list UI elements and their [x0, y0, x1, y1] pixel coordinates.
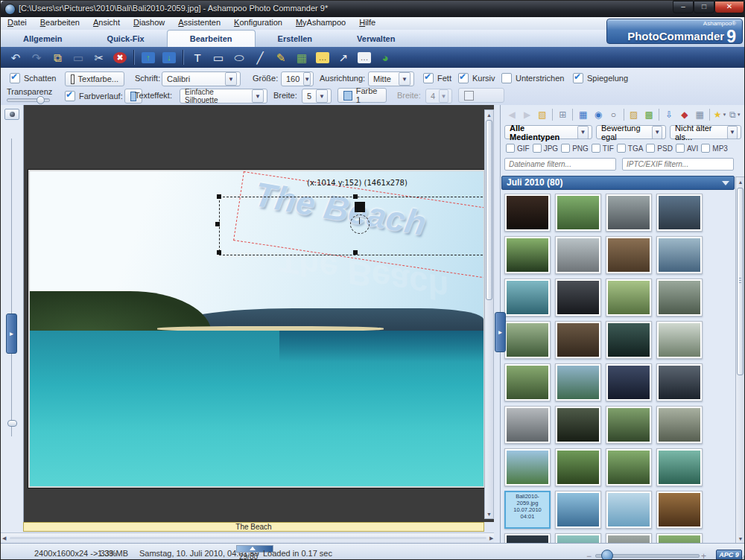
- menu-assistenten[interactable]: Assistenten: [171, 17, 227, 28]
- browser-split-view-button[interactable]: ⊞: [556, 108, 569, 121]
- tab-erstellen[interactable]: Erstellen: [256, 31, 335, 48]
- browser-batch-button[interactable]: ⧉▼: [729, 108, 742, 121]
- left-panel-collapse-handle[interactable]: ►: [6, 314, 17, 354]
- zoom-in-icon[interactable]: +: [701, 551, 706, 560]
- thumbnail[interactable]: [555, 406, 601, 444]
- left-zoom-slider-thumb[interactable]: [7, 420, 17, 427]
- thumbnail[interactable]: [504, 194, 551, 232]
- menu-myashampoo[interactable]: MyAshampoo: [289, 17, 352, 28]
- format-checkbox-png[interactable]: PNG: [561, 144, 589, 153]
- iptc-filter-input[interactable]: [622, 158, 734, 171]
- text-tool-button[interactable]: T: [188, 48, 207, 66]
- cut-button[interactable]: ✂: [89, 48, 109, 66]
- width1-select[interactable]: 5▼: [302, 89, 332, 104]
- thumbnail[interactable]: [504, 279, 551, 316]
- thumbnail[interactable]: [555, 279, 601, 316]
- canvas-horizontal-scrollbar[interactable]: ◀ ▶: [1, 532, 498, 543]
- format-checkbox-mp3[interactable]: MP3: [701, 144, 728, 153]
- format-checkbox-avi[interactable]: AVI: [676, 144, 698, 153]
- delete-button[interactable]: ✖: [110, 48, 130, 66]
- thumbnail[interactable]: [504, 448, 551, 486]
- menu-datei[interactable]: Datei: [1, 17, 34, 28]
- selection-handle-bottom-left[interactable]: [217, 250, 221, 255]
- menu-hilfe[interactable]: Hilfe: [352, 17, 382, 28]
- browser-tag-button[interactable]: ◆: [678, 108, 691, 121]
- canvas-scrollbar-thumb[interactable]: [486, 120, 492, 300]
- thumbnail[interactable]: [555, 448, 601, 486]
- format-checkbox-tif[interactable]: TIF: [592, 144, 614, 153]
- browser-favorites-button[interactable]: ★▼: [713, 108, 726, 121]
- flip-horizontal-button[interactable]: ↓: [159, 48, 179, 66]
- right-panel-collapse-handle[interactable]: ►: [495, 312, 506, 352]
- scroll-up-icon[interactable]: ▲: [485, 110, 493, 119]
- thumbnail[interactable]: [606, 194, 652, 232]
- selection-handle-top-left[interactable]: [217, 194, 221, 199]
- media-type-select[interactable]: Alle Medientypen▼: [504, 125, 592, 139]
- mirror-checkbox[interactable]: Spiegelung: [573, 73, 628, 83]
- tab-verwalten[interactable]: Verwalten: [335, 31, 417, 48]
- tab-quick-fix[interactable]: Quick-Fix: [85, 31, 167, 48]
- thumbnail-zoom-slider-thumb[interactable]: [601, 550, 613, 560]
- thumbnail[interactable]: [504, 363, 551, 401]
- rotation-dial[interactable]: [350, 214, 370, 234]
- thumbnail[interactable]: [656, 491, 703, 529]
- browser-scrollbar-thumb[interactable]: [737, 188, 744, 375]
- thumbnail[interactable]: [504, 406, 551, 444]
- thumbnail[interactable]: [555, 491, 601, 529]
- image-tool-button[interactable]: ▦: [292, 48, 311, 66]
- thumbnail[interactable]: [656, 406, 703, 444]
- menu-bearbeiten[interactable]: Bearbeiten: [34, 17, 86, 28]
- speech-bubble-tool-button[interactable]: …: [355, 48, 374, 66]
- browser-open-folder-button[interactable]: ▧: [536, 108, 549, 121]
- pencil-tool-button[interactable]: ✎: [271, 48, 291, 66]
- align-select[interactable]: Mitte▼: [368, 71, 414, 86]
- arrow-tool-button[interactable]: ↗: [334, 48, 353, 66]
- thumbnail[interactable]: [656, 321, 703, 359]
- hscroll-track[interactable]: [10, 537, 486, 539]
- gradient-checkbox[interactable]: Farbverlauf:: [65, 91, 123, 101]
- format-checkbox-psd[interactable]: PSD: [646, 144, 673, 153]
- thumbnail[interactable]: [606, 406, 652, 444]
- line-tool-button[interactable]: ╱: [250, 48, 270, 66]
- ellipse-tool-button[interactable]: ⬭: [229, 48, 249, 66]
- flip-vertical-button[interactable]: ↑: [139, 48, 158, 66]
- size-select[interactable]: 160▼: [281, 71, 314, 86]
- thumbnail[interactable]: [656, 194, 703, 232]
- browser-calendar-button[interactable]: ▦: [693, 108, 706, 121]
- filename-filter-input[interactable]: [504, 158, 616, 171]
- scroll-left-icon[interactable]: ◀: [2, 535, 6, 541]
- italic-checkbox[interactable]: Kursiv: [458, 73, 495, 83]
- browser-find-in-folder-button[interactable]: ▨: [627, 108, 641, 121]
- font-select[interactable]: Calibri▼: [162, 71, 241, 86]
- menu-konfiguration[interactable]: Konfiguration: [227, 17, 289, 28]
- format-checkbox-gif[interactable]: GIF: [506, 144, 530, 153]
- thumbnail[interactable]: [555, 236, 601, 274]
- thumbnail[interactable]: [606, 279, 652, 316]
- browser-thumbnail-view-button[interactable]: ▦: [576, 108, 589, 121]
- browser-import-camera-button[interactable]: ◉: [592, 108, 605, 121]
- thumbnail[interactable]: [504, 321, 551, 359]
- color-tool-button[interactable]: ◕: [375, 48, 395, 66]
- rectangle-tool-button[interactable]: ▭: [209, 48, 228, 66]
- thumbnail[interactable]: [555, 194, 601, 232]
- browser-vertical-scrollbar[interactable]: ▲ ▼: [735, 176, 745, 544]
- browser-add-folder-button[interactable]: ▩: [642, 108, 656, 121]
- tab-allgemein[interactable]: Allgemein: [1, 31, 85, 48]
- thumbnail[interactable]: [606, 491, 652, 529]
- color1-button[interactable]: Farbe 1: [337, 88, 387, 103]
- effect-select[interactable]: Einfache Silhouette▼: [180, 89, 267, 104]
- thumbnail[interactable]: [504, 236, 551, 274]
- transparency-slider-thumb[interactable]: [37, 96, 45, 104]
- thumbnail[interactable]: [555, 363, 601, 401]
- thumbnail[interactable]: [606, 363, 652, 401]
- tab-bearbeiten[interactable]: Bearbeiten: [167, 30, 256, 47]
- menu-diashow[interactable]: Diashow: [127, 17, 171, 28]
- age-select[interactable]: Nicht älter als...▼: [670, 125, 741, 139]
- thumbnail-group-header[interactable]: Juli 2010 (80): [501, 176, 735, 190]
- selection-handle-top-mid[interactable]: [353, 194, 358, 199]
- maximize-button[interactable]: □: [694, 1, 714, 13]
- rotation-anchor-handle[interactable]: [355, 202, 365, 212]
- undo-button[interactable]: ↶: [6, 48, 25, 66]
- selection-handle-mid-left[interactable]: [215, 222, 220, 226]
- format-checkbox-jpg[interactable]: JPG: [533, 144, 558, 153]
